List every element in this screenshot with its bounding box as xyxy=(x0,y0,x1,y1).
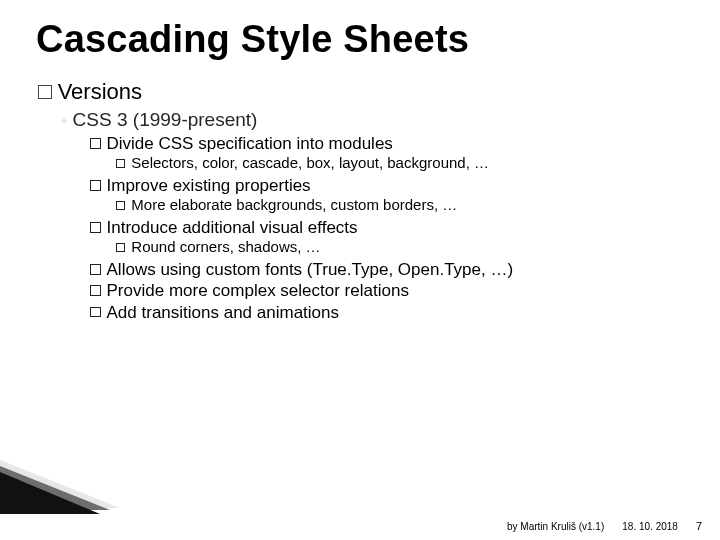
square-bullet-icon xyxy=(116,159,125,168)
sub-bullet-text: More elaborate backgrounds, custom borde… xyxy=(131,196,457,213)
square-bullet-icon xyxy=(90,285,101,296)
footer-date: 18. 10. 2018 xyxy=(622,521,678,532)
heading-level-2: ◦CSS 3 (1999-present) xyxy=(62,109,684,131)
bullet-text: Divide CSS specification into modules xyxy=(107,134,393,153)
bullet-item: Allows using custom fonts (True.Type, Op… xyxy=(90,259,684,280)
bullet-item: Divide CSS specification into modules xyxy=(90,133,684,154)
bullet-text: Allows using custom fonts (True.Type, Op… xyxy=(107,260,514,279)
square-bullet-icon xyxy=(90,180,101,191)
svg-marker-2 xyxy=(0,472,100,514)
sub-bullet-item: Selectors, color, cascade, box, layout, … xyxy=(116,154,684,173)
bullet-item: Add transitions and animations xyxy=(90,302,684,323)
slide-title: Cascading Style Sheets xyxy=(36,18,684,61)
bullet-text: Add transitions and animations xyxy=(107,303,339,322)
sub-bullet-text: Selectors, color, cascade, box, layout, … xyxy=(131,154,489,171)
square-bullet-icon xyxy=(90,138,101,149)
square-bullet-icon xyxy=(116,243,125,252)
sub-bullet-item: Round corners, shadows, … xyxy=(116,238,684,257)
h2-text: CSS 3 (1999-present) xyxy=(73,109,258,130)
heading-level-1: Versions xyxy=(38,79,684,105)
corner-decoration-icon xyxy=(0,460,120,514)
bullet-item: Provide more complex selector relations xyxy=(90,280,684,301)
square-bullet-icon xyxy=(38,85,52,99)
slide-footer: by Martin Kruliš (v1.1) 18. 10. 2018 7 xyxy=(507,520,702,532)
bullet-item: Improve existing properties xyxy=(90,175,684,196)
bullet-text: Improve existing properties xyxy=(107,176,311,195)
sub-bullet-text: Round corners, shadows, … xyxy=(131,238,320,255)
square-bullet-icon xyxy=(90,222,101,233)
footer-author: by Martin Kruliš (v1.1) xyxy=(507,521,604,532)
sub-bullet-item: More elaborate backgrounds, custom borde… xyxy=(116,196,684,215)
bullet-item: Introduce additional visual effects xyxy=(90,217,684,238)
page-number: 7 xyxy=(696,520,702,532)
svg-marker-0 xyxy=(0,460,120,508)
svg-marker-1 xyxy=(0,466,110,510)
diamond-bullet-icon: ◦ xyxy=(62,113,67,128)
bullet-text: Provide more complex selector relations xyxy=(107,281,409,300)
square-bullet-icon xyxy=(90,307,101,318)
square-bullet-icon xyxy=(90,264,101,275)
square-bullet-icon xyxy=(116,201,125,210)
bullet-text: Introduce additional visual effects xyxy=(107,218,358,237)
h1-text: Versions xyxy=(58,79,142,104)
